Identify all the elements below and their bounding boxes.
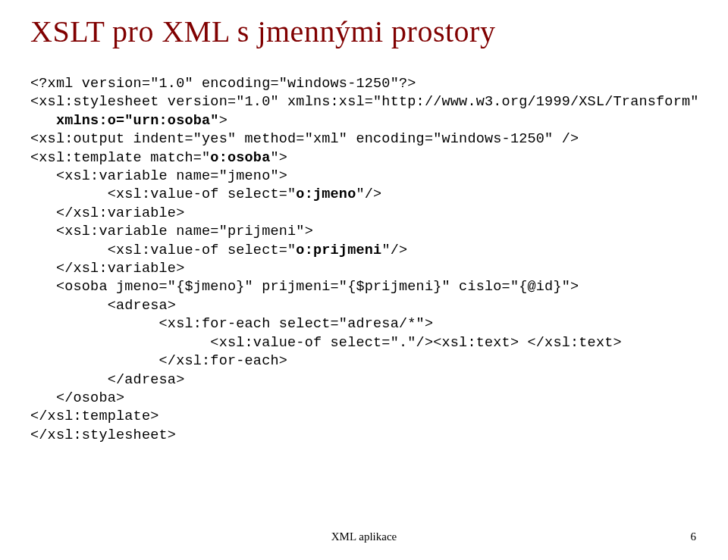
code-line: <xsl:template match=" <box>30 150 210 166</box>
code-line: <xsl:value-of select=" <box>30 186 296 202</box>
code-line: <adresa> <box>30 298 176 314</box>
code-line: <xsl:output indent="yes" method="xml" en… <box>30 131 579 147</box>
code-select: o:jmeno <box>296 186 356 202</box>
slide-title: XSLT pro XML s jmennými prostory <box>30 14 698 49</box>
code-match: o:osoba <box>210 150 270 166</box>
code-line: </xsl:stylesheet> <box>30 427 176 443</box>
code-line: </xsl:for-each> <box>30 353 287 369</box>
code-line: <xsl:stylesheet version="1.0" xmlns:xsl=… <box>30 94 699 110</box>
code-line: </xsl:variable> <box>30 205 184 221</box>
slide: XSLT pro XML s jmennými prostory <?xml v… <box>0 0 728 560</box>
code-line <box>30 113 56 129</box>
code-line: </xsl:variable> <box>30 261 184 277</box>
code-line: <xsl:value-of select=" <box>30 242 296 258</box>
code-line: </xsl:template> <box>30 408 159 424</box>
code-ns-decl: xmlns:o="urn:osoba" <box>56 113 219 129</box>
code-line: "/> <box>356 186 381 202</box>
code-line: "/> <box>381 242 407 258</box>
footer-text: XML aplikace <box>0 530 728 543</box>
code-line: <xsl:for-each select="adresa/*"> <box>30 316 433 332</box>
code-line: <xsl:variable name="prijmeni"> <box>30 224 313 239</box>
page-number: 6 <box>691 530 697 543</box>
code-line: </osoba> <box>30 390 124 406</box>
code-line: <xsl:variable name="jmeno"> <box>30 168 287 184</box>
code-line: <?xml version="1.0" encoding="windows-12… <box>30 76 416 92</box>
code-line: <xsl:value-of select="."/><xsl:text> </x… <box>30 335 622 351</box>
code-line: > <box>219 113 228 129</box>
code-block: <?xml version="1.0" encoding="windows-12… <box>30 75 698 445</box>
code-line: "> <box>270 150 287 166</box>
code-line: <osoba jmeno="{$jmeno}" prijmeni="{$prij… <box>30 279 579 295</box>
code-line: </adresa> <box>30 372 184 388</box>
code-select: o:prijmeni <box>296 242 381 258</box>
